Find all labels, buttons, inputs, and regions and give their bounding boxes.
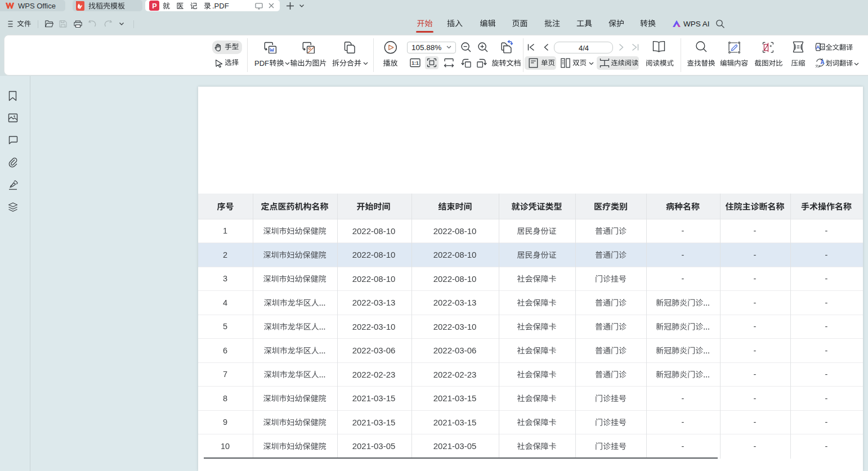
svg-text:A: A <box>816 44 820 50</box>
svg-text:P: P <box>152 2 156 10</box>
svg-text:1:1: 1:1 <box>411 60 419 66</box>
svg-text:A: A <box>821 59 825 65</box>
